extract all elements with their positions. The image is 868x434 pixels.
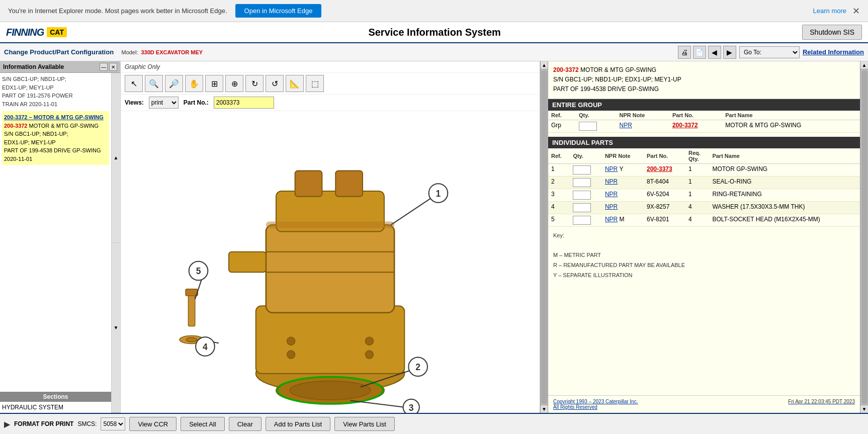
row3-npr-link[interactable]: NPR [605, 191, 618, 198]
eg-part-no-link[interactable]: 200-3372 [672, 122, 698, 129]
svg-text:2: 2 [415, 362, 420, 372]
gtool-rotate-ccw[interactable]: ↺ [266, 75, 284, 92]
prev-button[interactable]: ◀ [708, 46, 721, 59]
svg-text:5: 5 [196, 266, 201, 276]
parts-ref-number: 200-3372 [553, 66, 579, 73]
svg-point-12 [365, 351, 373, 359]
svg-text:1: 1 [436, 189, 441, 199]
open-edge-button[interactable]: Open in Microsoft Edge [235, 4, 322, 18]
right-scrollbar: ▲ ▼ [860, 61, 868, 413]
sidebar-scroll-buttons: ▲ ▼ [111, 73, 120, 413]
view-ccr-button[interactable]: View CCR [129, 417, 177, 431]
table-row: 5 NPR M 6V-8201 4 BOLT-SOCKET HEAD (M16X… [548, 214, 860, 226]
entire-group-table: ENTIRE GROUP Ref. Qty. NPR Note Part No.… [548, 99, 860, 133]
entire-group-col-headers: Ref. Qty. NPR Note Part No. Part Name [548, 111, 860, 120]
individual-parts-table: INDIVIDUAL PARTS Ref. Qty. NPR Note Part… [548, 137, 860, 227]
row4-ref: 4 [548, 201, 570, 214]
close-banner-button[interactable]: ✕ [852, 6, 860, 17]
row2-npr-link[interactable]: NPR [605, 178, 618, 185]
individual-parts-header: INDIVIDUAL PARTS [548, 137, 860, 148]
parts-title-partof: PART OF 199-4538 DRIVE GP-SWING [553, 84, 855, 94]
right-scroll-down[interactable]: ▼ [860, 405, 868, 413]
graphic-toolbar: ↖ 🔍 🔎 ✋ ⊞ ⊕ ↻ ↺ 📐 ⬚ [121, 73, 540, 95]
row5-qty-input[interactable] [573, 216, 591, 225]
svg-point-10 [290, 381, 371, 400]
sidebar-scroll-up[interactable]: ▲ [112, 73, 120, 243]
key-m: M – METRIC PART [553, 250, 855, 261]
clear-button[interactable]: Clear [229, 417, 262, 431]
timestamp: Fri Apr 21 22:03:45 PDT 2023 [788, 399, 855, 410]
sidebar-header: Information Available — ✕ [0, 61, 120, 73]
row2-qty-input[interactable] [573, 178, 591, 187]
svg-point-19 [186, 337, 197, 341]
sidebar-part-link[interactable]: 200-3372 – MOTOR & MTG GP-SWING [4, 114, 104, 120]
row5-partno: 6V-8201 [644, 214, 685, 226]
doc-nav-button[interactable]: 📄 [693, 46, 706, 59]
parts-title-line1: 200-3372 MOTOR & MTG GP-SWING [553, 65, 855, 75]
sidebar-close-button[interactable]: ✕ [109, 63, 117, 71]
hydraulic-system-link[interactable]: HYDRAULIC SYSTEM [2, 404, 63, 411]
copyright-link[interactable]: Copyright 1993 – 2023 Caterpillar Inc.Al… [553, 399, 638, 410]
row4-npr-link[interactable]: NPR [605, 203, 618, 210]
row2-reqqty: 1 [685, 176, 709, 189]
gtool-zoom-out[interactable]: 🔎 [165, 75, 183, 92]
select-all-button[interactable]: Select All [181, 417, 224, 431]
row5-ref: 5 [548, 214, 570, 226]
related-info-link[interactable]: Related Information [803, 48, 864, 56]
views-label: Views: [125, 99, 144, 106]
row3-qty [570, 189, 602, 201]
row3-qty-input[interactable] [573, 191, 591, 200]
row2-npr: NPR [602, 176, 644, 189]
center-scroll-up[interactable]: ▲ [541, 61, 548, 69]
key-section: Key: M – METRIC PART R – REMANUFACTURED … [548, 227, 860, 285]
sidebar-scroll-down[interactable]: ▼ [112, 243, 120, 413]
svg-rect-4 [295, 171, 322, 197]
row5-npr: NPR M [602, 214, 644, 226]
shutdown-button[interactable]: Shutdown SIS [802, 25, 862, 40]
goto-select[interactable]: Go To: [739, 46, 800, 58]
format-arrow-icon: ▶ [4, 419, 10, 429]
row1-npr-link[interactable]: NPR [605, 165, 618, 172]
sis-logo: FINNING CAT [6, 27, 67, 38]
row4-qty-input[interactable] [573, 203, 591, 212]
svg-text:3: 3 [409, 403, 414, 413]
svg-rect-1 [256, 306, 405, 373]
gtool-zoom-in[interactable]: 🔍 [145, 75, 163, 92]
eg-qty-input[interactable] [579, 122, 597, 131]
row5-qty [570, 214, 602, 226]
row4-partname: WASHER (17.5X30X3.5-MM THK) [709, 201, 860, 214]
views-select[interactable]: print screen [149, 97, 179, 109]
sidebar-inner: S/N GBC1-UP; NBD1-UP;EDX1-UP; MEY1-UPPAR… [0, 73, 111, 413]
toolbar-row: Change Product/Part Configuration Model:… [0, 43, 868, 61]
right-scroll-thumb [861, 70, 867, 404]
print-nav-button[interactable]: 🖨 [678, 46, 691, 59]
add-to-parts-button[interactable]: Add to Parts List [266, 417, 330, 431]
right-scroll-up[interactable]: ▲ [860, 61, 868, 69]
eg-qty [576, 120, 617, 132]
learn-more-link[interactable]: Learn more [813, 7, 846, 15]
sidebar-minimize-button[interactable]: — [100, 63, 108, 71]
gtool-crosshair[interactable]: ⊕ [225, 75, 243, 92]
gtool-select[interactable]: ↖ [125, 75, 143, 92]
individual-col-headers: Ref. Qty. NPR Note Part No. Req.Qty. Par… [548, 148, 860, 164]
gtool-pan[interactable]: ✋ [185, 75, 203, 92]
bottom-toolbar: ▶ FORMAT FOR PRINT SMCS: 5058 View CCR S… [0, 413, 868, 434]
parts-header: 200-3372 MOTOR & MTG GP-SWING S/N GBC1-U… [548, 61, 860, 99]
ind-col-reqqty: Req.Qty. [685, 148, 709, 164]
gtool-rotate-cw[interactable]: ↻ [245, 75, 264, 92]
svg-rect-5 [335, 171, 363, 197]
row1-part-link[interactable]: 200-3373 [647, 165, 672, 172]
smcs-select[interactable]: 5058 [101, 417, 125, 430]
gtool-fit[interactable]: ⊞ [205, 75, 223, 92]
format-label: FORMAT FOR PRINT [14, 420, 73, 427]
gtool-cursor[interactable]: ⬚ [306, 75, 324, 92]
eg-npr-link[interactable]: NPR [620, 122, 632, 129]
row1-qty-input[interactable] [573, 165, 591, 175]
gtool-measure[interactable]: 📐 [286, 75, 304, 92]
row5-npr-link[interactable]: NPR [605, 216, 618, 223]
center-scroll-down[interactable]: ▼ [541, 405, 548, 413]
view-parts-list-button[interactable]: View Parts List [334, 417, 395, 431]
cat-logo: CAT [47, 27, 67, 37]
partno-input[interactable] [214, 97, 274, 109]
next-button[interactable]: ▶ [723, 46, 736, 59]
